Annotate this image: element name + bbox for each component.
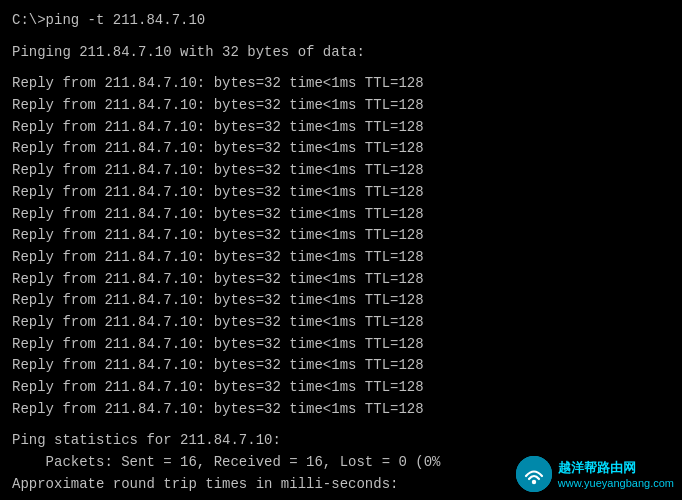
wifi-icon: [516, 456, 552, 492]
terminal-window: C:\>ping -t 211.84.7.10 Pinging 211.84.7…: [12, 10, 670, 495]
watermark-icon: [516, 456, 552, 492]
reply-line: Reply from 211.84.7.10: bytes=32 time<1m…: [12, 73, 670, 95]
reply-line: Reply from 211.84.7.10: bytes=32 time<1m…: [12, 334, 670, 356]
reply-line: Reply from 211.84.7.10: bytes=32 time<1m…: [12, 204, 670, 226]
reply-lines: Reply from 211.84.7.10: bytes=32 time<1m…: [12, 73, 670, 420]
reply-line: Reply from 211.84.7.10: bytes=32 time<1m…: [12, 225, 670, 247]
reply-line: Reply from 211.84.7.10: bytes=32 time<1m…: [12, 290, 670, 312]
watermark-text-block: 越洋帮路由网 www.yueyangbang.com: [558, 459, 674, 489]
stats-header: Ping statistics for 211.84.7.10:: [12, 430, 670, 452]
watermark: 越洋帮路由网 www.yueyangbang.com: [516, 456, 674, 492]
reply-line: Reply from 211.84.7.10: bytes=32 time<1m…: [12, 160, 670, 182]
reply-line: Reply from 211.84.7.10: bytes=32 time<1m…: [12, 138, 670, 160]
reply-line: Reply from 211.84.7.10: bytes=32 time<1m…: [12, 355, 670, 377]
reply-line: Reply from 211.84.7.10: bytes=32 time<1m…: [12, 95, 670, 117]
reply-line: Reply from 211.84.7.10: bytes=32 time<1m…: [12, 312, 670, 334]
svg-point-1: [532, 480, 536, 484]
reply-line: Reply from 211.84.7.10: bytes=32 time<1m…: [12, 269, 670, 291]
pinging-line: Pinging 211.84.7.10 with 32 bytes of dat…: [12, 42, 670, 64]
reply-line: Reply from 211.84.7.10: bytes=32 time<1m…: [12, 247, 670, 269]
reply-line: Reply from 211.84.7.10: bytes=32 time<1m…: [12, 182, 670, 204]
command-line: C:\>ping -t 211.84.7.10: [12, 10, 670, 32]
reply-line: Reply from 211.84.7.10: bytes=32 time<1m…: [12, 399, 670, 421]
reply-line: Reply from 211.84.7.10: bytes=32 time<1m…: [12, 377, 670, 399]
watermark-label: 越洋帮路由网: [558, 459, 674, 477]
watermark-site: www.yueyangbang.com: [558, 477, 674, 489]
reply-line: Reply from 211.84.7.10: bytes=32 time<1m…: [12, 117, 670, 139]
svg-point-0: [516, 456, 552, 492]
